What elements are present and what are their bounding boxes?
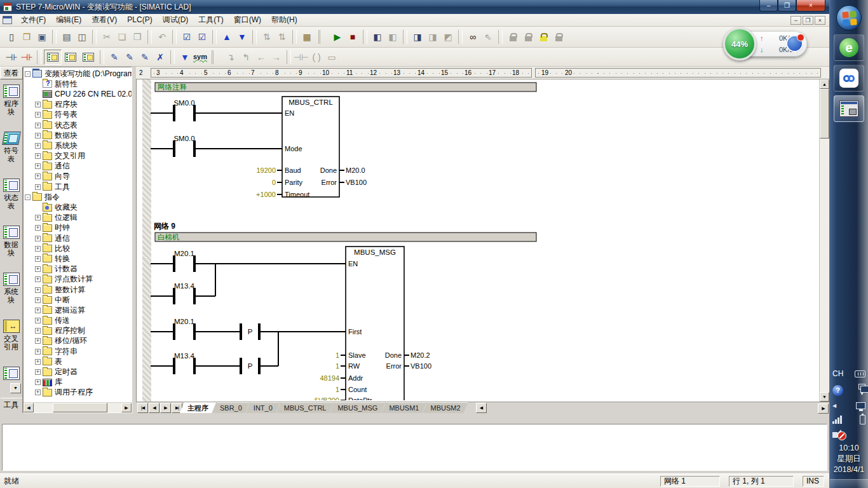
expand-icon[interactable]: +: [35, 133, 41, 139]
expand-icon[interactable]: +: [35, 308, 41, 313]
contact-operand[interactable]: SM0.0: [173, 99, 194, 107]
next-pou-button[interactable]: ▶: [160, 403, 171, 413]
tab-MBUSM1[interactable]: MBUSM1: [381, 402, 426, 413]
tree-item[interactable]: +比较: [25, 243, 132, 254]
menu-plc[interactable]: PLC(P): [122, 14, 157, 25]
tree-item[interactable]: +中断: [25, 295, 132, 305]
contact-bar[interactable]: [193, 288, 196, 304]
expand-icon[interactable]: +: [35, 236, 41, 241]
compile-all-button[interactable]: ☑: [194, 29, 210, 44]
options-button[interactable]: ▦: [299, 29, 315, 44]
print-button[interactable]: ▤: [59, 29, 74, 44]
battery-icon[interactable]: [860, 415, 865, 424]
contact-operand[interactable]: M13.4: [174, 282, 195, 290]
contact-bar[interactable]: [193, 255, 196, 272]
expand-icon[interactable]: +: [35, 287, 41, 293]
tree-item[interactable]: +新特性: [25, 79, 132, 89]
contact-bar[interactable]: [193, 140, 196, 157]
taskbar-step7-button[interactable]: [834, 95, 864, 122]
input-value[interactable]: 1: [336, 351, 339, 359]
sidebar-item-system-block[interactable]: 系统块: [0, 268, 23, 315]
contact-bar[interactable]: [240, 358, 242, 374]
menu-edit[interactable]: 编辑(E): [51, 14, 86, 25]
sidebar-item-data-block[interactable]: 数据块: [0, 220, 23, 268]
delete-network-button[interactable]: ✗: [153, 50, 168, 65]
start-button[interactable]: [836, 5, 862, 30]
expand-icon[interactable]: +: [35, 143, 41, 149]
language-indicator[interactable]: CH: [832, 369, 843, 378]
input-value[interactable]: 1: [336, 386, 339, 393]
insert-network-button[interactable]: ✎: [107, 50, 122, 65]
sidebar-item-tools[interactable]: 工具: [1, 398, 22, 413]
ladder-canvas[interactable]: 网络注释白棉机网络 9SM0.0SM0.0M20.1M13.4M20.1M13.…: [136, 79, 819, 402]
chart-status-button[interactable]: ◨: [410, 29, 425, 44]
scroll-left-button[interactable]: ◀: [24, 403, 34, 412]
contact-bar[interactable]: [173, 358, 175, 374]
sidebar-item-cross-reference[interactable]: 交叉引用: [0, 315, 23, 362]
keyboard-icon[interactable]: [855, 370, 865, 377]
network-comment-bar[interactable]: [155, 83, 536, 92]
menu-tools[interactable]: 工具(T): [193, 14, 228, 25]
contact-bar[interactable]: [193, 105, 196, 121]
view-lad-button[interactable]: [44, 50, 62, 65]
mdi-close-button[interactable]: ×: [815, 16, 825, 25]
contact-operand[interactable]: M20.1: [174, 250, 194, 257]
tree-item[interactable]: +整数计算: [25, 285, 132, 295]
tree-item[interactable]: +程序控制: [25, 326, 132, 336]
insert-branch-down-button[interactable]: ⊣⊦: [4, 50, 19, 65]
open-file-button[interactable]: ❐: [19, 29, 34, 44]
expand-icon[interactable]: +: [35, 318, 41, 323]
restore-button[interactable]: ❐: [778, 0, 796, 11]
memory-percent-ball[interactable]: 44%: [723, 27, 756, 60]
menu-view[interactable]: 查看(V): [86, 14, 122, 25]
download-button[interactable]: ▼: [234, 29, 250, 44]
close-button[interactable]: ×: [796, 0, 825, 11]
tree-item[interactable]: +位逻辑: [25, 213, 132, 223]
tab-MBUSM2[interactable]: MBUSM2: [423, 402, 468, 413]
expand-icon[interactable]: +: [35, 102, 41, 107]
compile-button[interactable]: ☑: [179, 29, 194, 44]
tree-item[interactable]: +库: [25, 377, 132, 388]
tree-item[interactable]: +传送: [25, 316, 132, 326]
sidebar-item-partial[interactable]: [0, 362, 23, 383]
taskbar-netdisk-button[interactable]: [834, 65, 864, 92]
edit-network-button[interactable]: ✎: [122, 50, 137, 65]
contact-bar[interactable]: [173, 255, 175, 272]
status-glasses-button[interactable]: ∞: [465, 29, 480, 44]
tree-item[interactable]: +浮点数计算: [25, 274, 132, 285]
scroll-down-button[interactable]: ▼: [820, 392, 829, 402]
taskbar-browser-button[interactable]: e: [834, 34, 864, 61]
new-file-button[interactable]: ▯: [4, 29, 19, 44]
tree-item[interactable]: +转换: [25, 254, 132, 264]
network-tray-icon[interactable]: [856, 402, 865, 409]
contact-operand[interactable]: M13.4: [174, 352, 195, 360]
toggle-symbols-button[interactable]: sym: [193, 50, 208, 65]
scrollbar-thumb[interactable]: [820, 89, 829, 139]
mdi-minimize-button[interactable]: –: [790, 16, 801, 25]
contact-bar[interactable]: [173, 140, 175, 157]
mdi-restore-button[interactable]: ❐: [803, 16, 813, 25]
print-preview-button[interactable]: ◫: [74, 29, 90, 44]
tab-scroll-right-button[interactable]: ▶: [818, 403, 829, 414]
tab-主程序[interactable]: 主程序: [180, 402, 216, 413]
tree-item[interactable]: +程序块: [25, 100, 132, 110]
tree-item[interactable]: +通信: [25, 233, 132, 243]
menu-debug[interactable]: 调试(D): [158, 14, 194, 25]
delete-branch-button[interactable]: ⊣⊦: [19, 50, 34, 65]
contact-bar[interactable]: [193, 358, 196, 374]
expand-icon[interactable]: +: [35, 297, 41, 303]
symbol-filter-button[interactable]: ▼: [177, 50, 193, 65]
input-value[interactable]: &VB200: [314, 396, 339, 400]
stop-button[interactable]: ■: [345, 29, 360, 44]
tray-window-icon[interactable]: [858, 384, 865, 390]
save-button[interactable]: ▣: [34, 29, 50, 44]
scroll-up-button[interactable]: ▲: [820, 79, 829, 89]
expand-icon[interactable]: +: [35, 328, 41, 334]
expand-icon[interactable]: +: [35, 184, 41, 190]
output-window[interactable]: [2, 424, 827, 471]
tree-item[interactable]: +CPU 226 CN REL 02.01: [25, 89, 132, 99]
tree-item[interactable]: +符号表: [25, 110, 132, 120]
contact-bar[interactable]: [173, 323, 175, 340]
view-stl-button[interactable]: [79, 50, 97, 65]
menu-file[interactable]: 文件(F): [16, 14, 51, 25]
